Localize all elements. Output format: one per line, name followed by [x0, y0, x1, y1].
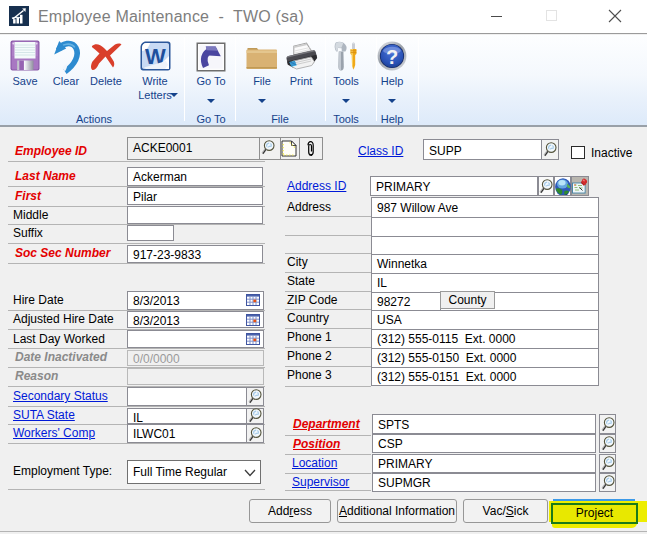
svg-text:?: ?: [386, 46, 398, 68]
